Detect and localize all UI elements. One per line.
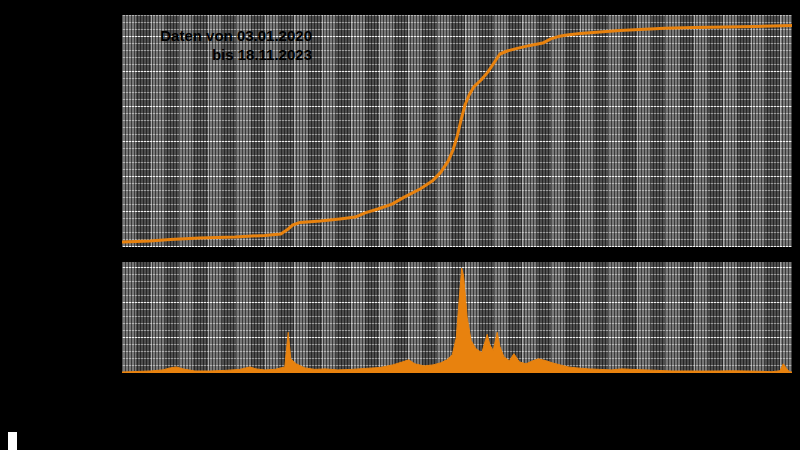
date-range-annotation: Daten von 03.01.2020 bis 18.11.2023 — [142, 26, 312, 64]
daily-chart-panel — [122, 262, 792, 376]
annotation-line-2: bis 18.11.2023 — [142, 45, 312, 64]
annotation-line-1: Daten von 03.01.2020 — [142, 26, 312, 45]
terminal-cursor — [8, 432, 17, 450]
daily-area-chart — [122, 262, 792, 373]
terminal-screen: Daten von 03.01.2020 bis 18.11.2023 — [0, 0, 800, 450]
cumulative-chart-panel: Daten von 03.01.2020 bis 18.11.2023 — [122, 15, 792, 249]
